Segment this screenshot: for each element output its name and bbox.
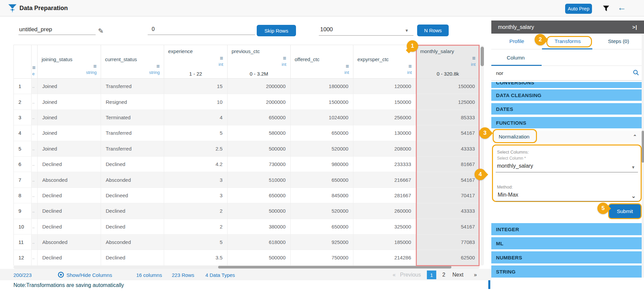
row-number-cell: 12	[14, 250, 32, 265]
pagination-previous[interactable]: Previous	[400, 272, 421, 278]
tab-steps[interactable]: Steps (0)	[593, 34, 644, 49]
table-cell: 2000000	[228, 94, 291, 110]
annotation-badge-3: 3	[479, 127, 491, 139]
chevron-down-icon: ▼	[631, 165, 635, 170]
column-range: 1 - 22	[168, 71, 223, 77]
show-hide-columns-link[interactable]: Show/Hide Columns	[66, 272, 112, 278]
skip-rows-button[interactable]: Skip Rows	[257, 25, 296, 36]
pagination-page-2[interactable]: 2	[442, 272, 445, 278]
table-cell: 510000	[228, 172, 291, 188]
column-menu-icon[interactable]: ≡	[346, 64, 349, 69]
category-ml[interactable]: ML	[491, 237, 642, 249]
category-functions[interactable]: FUNCTIONS	[491, 117, 642, 128]
nrows-button[interactable]: N Rows	[417, 25, 449, 36]
table-cell: 10	[164, 94, 228, 110]
scrollbar-thumb[interactable]	[642, 131, 644, 163]
column-header-offered-ctc[interactable]: offered_ctc ≡ int	[291, 45, 353, 79]
table-cell: ..	[32, 157, 38, 172]
column-menu-icon[interactable]: ≡	[408, 64, 412, 69]
back-arrow-icon[interactable]: ←	[617, 3, 626, 12]
category-dates[interactable]: DATES	[491, 103, 642, 115]
chevron-down-icon: ⌄	[631, 193, 636, 200]
column-header-monthly-salary[interactable]: monthly_salary ≡ int 0 - 320.8k	[416, 45, 480, 79]
method-select[interactable]: Min-Max ⌄	[496, 191, 638, 201]
table-cell: 233333	[353, 157, 416, 172]
column-menu-icon[interactable]: ≡	[93, 64, 97, 69]
auto-prep-button[interactable]: Auto Prep	[565, 4, 592, 14]
column-menu-icon[interactable]: ≡	[220, 55, 223, 61]
pagination-page-1[interactable]: 1	[427, 271, 436, 279]
table-cell: 650000	[291, 219, 353, 235]
table-vertical-scrollbar[interactable]	[481, 45, 484, 265]
table-cell: Joined	[38, 110, 101, 125]
column-type-label: string	[86, 70, 97, 75]
app-logo-funnel-icon	[7, 3, 17, 13]
prep-name-value: untitled_prep	[19, 26, 52, 33]
chevron-up-icon[interactable]: ⌃	[633, 134, 637, 140]
table-cell: Declined	[38, 203, 101, 219]
eye-icon[interactable]	[58, 272, 64, 279]
table-cell: ..	[32, 235, 38, 250]
table-cell: 208000	[353, 141, 416, 157]
table-cell: ..	[32, 141, 38, 157]
method-select-value: Min-Max	[498, 192, 518, 198]
nrows-select-value: 1000	[320, 26, 333, 33]
row-number-cell: 4	[14, 125, 32, 141]
column-menu-icon[interactable]: ≡	[156, 64, 160, 69]
scrollbar-thumb[interactable]	[218, 266, 451, 268]
pagination-first[interactable]: «	[393, 272, 396, 278]
category-normalization[interactable]: Normalization ⌃	[491, 131, 642, 142]
edit-pencil-icon[interactable]: ✎	[98, 27, 104, 35]
table-cell: 730000	[228, 157, 291, 172]
table-cell: 54167	[416, 125, 480, 141]
table-horizontal-scrollbar[interactable]	[13, 265, 480, 269]
table-cell: 3	[164, 172, 228, 188]
skip-rows-input[interactable]: 0	[148, 24, 255, 35]
column-header-previous-ctc[interactable]: previous_ctc ≡ int 0 - 3.2M	[228, 45, 291, 79]
table-cell: 325000	[353, 219, 416, 235]
table-cell: ..	[32, 203, 38, 219]
column-menu-icon[interactable]: ≡	[32, 65, 37, 71]
subtab-column[interactable]: Column	[507, 55, 525, 61]
column-menu-icon[interactable]: ≡	[472, 55, 476, 61]
table-cell: 70417	[416, 188, 480, 203]
column-menu-icon[interactable]: ≡	[283, 55, 286, 61]
column-header-experience[interactable]: experience ≡ int 1 - 22	[164, 45, 228, 79]
column-header-truncated[interactable]: ≡ e	[32, 45, 38, 79]
prep-name-input[interactable]: untitled_prep	[18, 24, 96, 35]
search-icon[interactable]	[633, 69, 639, 77]
table-cell: 980000	[291, 157, 353, 172]
category-data-cleansing[interactable]: DATA CLEANSING	[491, 89, 642, 101]
table-cell: Declined	[101, 203, 164, 219]
row-number-cell: 3	[14, 110, 32, 125]
sidebar-header: monthly_salary >|	[491, 20, 644, 34]
submit-button[interactable]: Submit	[608, 203, 642, 219]
sidebar-scrollbar[interactable]	[642, 34, 644, 278]
column-name: monthly_salary	[420, 48, 476, 54]
pagination-last[interactable]: »	[474, 272, 477, 278]
collapse-panel-icon[interactable]: >|	[632, 24, 637, 30]
table-cell: Absconded	[101, 172, 164, 188]
scrollbar-thumb[interactable]	[481, 47, 484, 66]
annotation-badge-2: 2	[535, 34, 546, 45]
column-header-current-status[interactable]: current_status ≡ string	[101, 45, 164, 79]
tab-transforms[interactable]: Transforms	[542, 34, 593, 49]
filter-icon[interactable]	[602, 5, 610, 12]
category-conversions[interactable]: CONVERSIONS	[491, 82, 642, 88]
table-cell: 650000	[228, 188, 291, 203]
table-cell: Joined	[38, 141, 101, 157]
table-cell: 520000	[291, 141, 353, 157]
table-cell: 2000000	[228, 79, 291, 94]
category-integer[interactable]: INTEGER	[491, 223, 642, 235]
transform-search-input[interactable]: nor	[491, 66, 644, 81]
category-numbers[interactable]: NUMBERS	[491, 251, 642, 263]
column-header-joining-status[interactable]: joining_status ≡ string	[38, 45, 101, 79]
table-cell: 380000	[228, 219, 291, 235]
category-string[interactable]: STRING	[491, 265, 642, 278]
table-cell: ..	[32, 219, 38, 235]
pagination-next[interactable]: Next	[452, 272, 463, 278]
column-select[interactable]: monthly_salary ▼	[496, 162, 638, 172]
table-cell: 500000	[228, 141, 291, 157]
sidebar-subtabs: Column	[491, 49, 644, 66]
nrows-select[interactable]: 1000 ▼	[319, 23, 413, 36]
